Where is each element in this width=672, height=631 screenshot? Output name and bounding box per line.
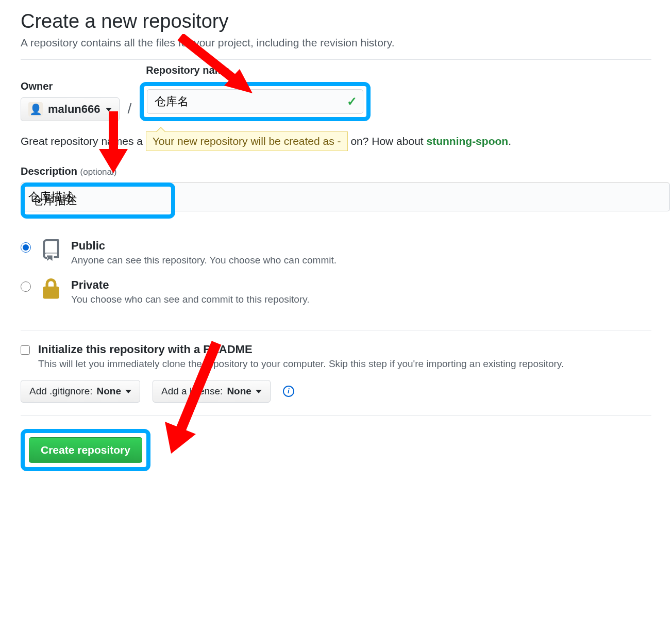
owner-label: Owner (21, 80, 120, 92)
private-title: Private (71, 278, 651, 292)
hint-suffix-before: on? How about (350, 135, 426, 147)
visibility-private-radio[interactable] (21, 281, 31, 292)
lock-icon (40, 278, 62, 300)
annotation-highlight-description (21, 182, 175, 219)
repo-name-tooltip: Your new repository will be created as - (146, 131, 348, 151)
readme-desc: This will let you immediately clone the … (38, 358, 651, 370)
slash-separator: / (126, 101, 134, 121)
initialize-readme-checkbox[interactable] (21, 345, 30, 355)
description-input-overlay[interactable] (25, 187, 171, 214)
gitignore-value: None (97, 386, 122, 397)
public-title: Public (71, 239, 651, 253)
caret-down-icon (256, 390, 262, 393)
private-desc: You choose who can see and commit to thi… (71, 294, 651, 305)
repo-name-input[interactable] (147, 89, 363, 114)
owner-username: malun666 (48, 103, 100, 116)
visibility-public-radio[interactable] (21, 242, 31, 253)
page-title: Create a new repository (21, 10, 651, 32)
create-repository-button[interactable]: Create repository (29, 437, 142, 463)
caret-down-icon (106, 108, 112, 111)
gitignore-label: Add .gitignore: (29, 386, 93, 397)
page-subtitle: A repository contains all the files for … (21, 37, 651, 60)
caret-down-icon (125, 390, 131, 393)
license-select[interactable]: Add a license: None (153, 380, 271, 403)
hint-row: Great repository names a Your new reposi… (21, 131, 651, 151)
annotation-highlight-repo-name: ✓ (140, 82, 371, 121)
annotation-highlight-create: Create repository (21, 429, 150, 471)
repo-name-label: Repository name (146, 64, 229, 76)
info-icon[interactable]: i (283, 386, 294, 397)
description-optional: (optional) (80, 167, 117, 177)
gitignore-select[interactable]: Add .gitignore: None (21, 380, 140, 403)
license-label: Add a license: (161, 386, 223, 397)
suggestion-link[interactable]: stunning-spoon (426, 135, 508, 147)
check-icon: ✓ (347, 94, 357, 109)
repo-public-icon (40, 239, 62, 261)
readme-title: Initialize this repository with a README (38, 343, 651, 356)
license-value: None (227, 386, 251, 397)
description-label: Description (optional) (21, 165, 651, 177)
avatar: 👤 (28, 102, 43, 117)
public-desc: Anyone can see this repository. You choo… (71, 255, 651, 266)
hint-suffix-after: . (508, 135, 511, 147)
owner-select[interactable]: 👤 malun666 (21, 97, 120, 121)
hint-prefix: Great repository names a (21, 135, 143, 147)
